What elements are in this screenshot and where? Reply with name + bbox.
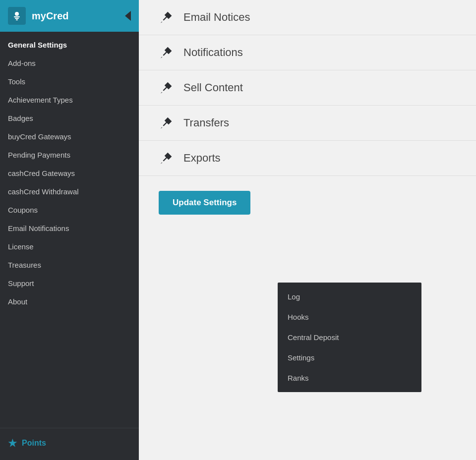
sidebar-item-cashcred-withdrawal[interactable]: cashCred Withdrawal — [0, 182, 139, 201]
menu-item-exports[interactable]: Exports — [139, 141, 476, 176]
settings-menu-list: Email Notices Notifications Sell Content… — [139, 0, 476, 176]
menu-icon-email-notices — [159, 11, 174, 24]
menu-label-exports: Exports — [183, 152, 221, 165]
menu-icon-notifications — [159, 46, 174, 59]
dropdown-item-central-deposit[interactable]: Central Deposit — [278, 327, 421, 347]
menu-item-notifications[interactable]: Notifications — [139, 35, 476, 70]
sidebar-collapse-arrow[interactable] — [125, 11, 131, 21]
sidebar: myCred General SettingsAdd-onsToolsAchie… — [0, 0, 139, 460]
sidebar-item-pending-payments[interactable]: Pending Payments — [0, 146, 139, 164]
dropdown-item-log[interactable]: Log — [278, 287, 421, 307]
sidebar-navigation: General SettingsAdd-onsToolsAchievement … — [0, 32, 139, 428]
dropdown-menu: LogHooksCentral DepositSettingsRanks — [278, 283, 421, 392]
sidebar-item-add-ons[interactable]: Add-ons — [0, 54, 139, 72]
svg-rect-2 — [15, 18, 19, 19]
menu-item-sell-content[interactable]: Sell Content — [139, 70, 476, 106]
menu-label-notifications: Notifications — [183, 46, 243, 59]
sidebar-item-badges[interactable]: Badges — [0, 109, 139, 127]
dropdown-item-hooks[interactable]: Hooks — [278, 307, 421, 327]
sidebar-item-support[interactable]: Support — [0, 274, 139, 292]
sidebar-item-tools[interactable]: Tools — [0, 72, 139, 91]
menu-icon-transfers — [159, 116, 174, 129]
sidebar-header: myCred — [0, 0, 139, 32]
sidebar-item-about[interactable]: About — [0, 292, 139, 311]
star-icon: ★ — [8, 437, 17, 449]
menu-label-transfers: Transfers — [183, 116, 229, 129]
menu-label-sell-content: Sell Content — [183, 81, 243, 94]
sidebar-points-label: Points — [22, 439, 46, 448]
menu-icon-exports — [159, 152, 174, 165]
sidebar-item-achievement-types[interactable]: Achievement Types — [0, 91, 139, 109]
svg-rect-3 — [16, 19, 18, 20]
menu-item-transfers[interactable]: Transfers — [139, 106, 476, 141]
sidebar-item-email-notifications[interactable]: Email Notifications — [0, 219, 139, 237]
menu-item-email-notices[interactable]: Email Notices — [139, 0, 476, 35]
sidebar-item-general-settings[interactable]: General Settings — [0, 36, 139, 54]
sidebar-item-license[interactable]: License — [0, 237, 139, 256]
sidebar-brand-title: myCred — [32, 10, 68, 22]
menu-label-email-notices: Email Notices — [183, 11, 250, 24]
sidebar-item-buycred-gateways[interactable]: buyCred Gateways — [0, 127, 139, 146]
mycred-logo — [8, 7, 26, 25]
svg-point-0 — [15, 12, 19, 16]
sidebar-item-cashcred-gateways[interactable]: cashCred Gateways — [0, 164, 139, 182]
sidebar-footer: ★ Points — [0, 428, 139, 460]
main-content: Email Notices Notifications Sell Content… — [139, 0, 476, 460]
sidebar-item-treasures[interactable]: Treasures — [0, 256, 139, 274]
svg-rect-1 — [14, 16, 20, 17]
update-settings-button[interactable]: Update Settings — [159, 191, 250, 215]
sidebar-item-coupons[interactable]: Coupons — [0, 201, 139, 219]
sidebar-points-item[interactable]: ★ Points — [8, 433, 131, 453]
menu-icon-sell-content — [159, 81, 174, 94]
dropdown-item-ranks[interactable]: Ranks — [278, 368, 421, 388]
dropdown-item-settings[interactable]: Settings — [278, 347, 421, 368]
